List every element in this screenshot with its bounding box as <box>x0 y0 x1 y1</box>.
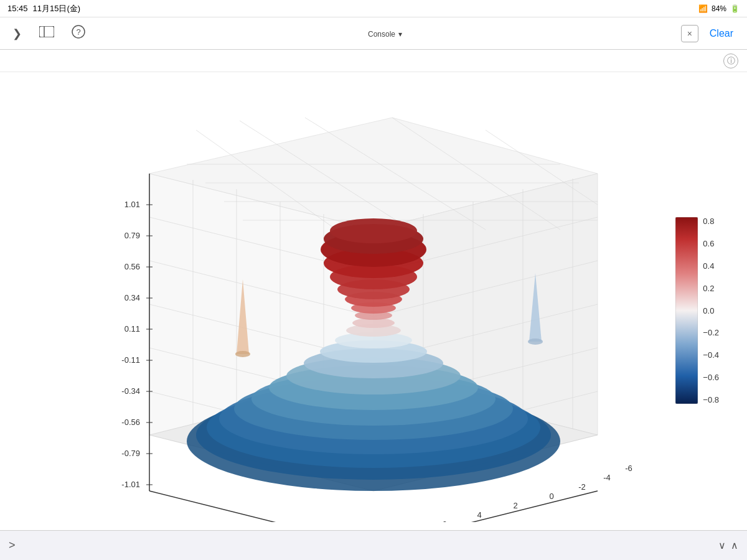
svg-text:4: 4 <box>477 510 481 520</box>
colorbar-labels: 0.8 0.6 0.4 0.2 0.0 −0.2 −0.4 −0.6 −0.8 <box>703 217 719 404</box>
sidebar-toggle-button[interactable] <box>35 24 58 43</box>
battery-label: 84% <box>712 4 726 13</box>
cb-label-00: 0.0 <box>703 307 719 315</box>
svg-rect-0 <box>39 26 54 37</box>
console-input[interactable] <box>22 540 712 551</box>
cb-label-08: 0.8 <box>703 217 719 225</box>
svg-text:0.56: 0.56 <box>125 262 140 271</box>
scroll-up-button[interactable]: ∧ <box>731 539 738 551</box>
cb-label-n08: −0.8 <box>703 396 719 404</box>
battery-icon: 🔋 <box>730 4 740 13</box>
svg-text:-0.34: -0.34 <box>121 386 140 396</box>
svg-text:-6: -6 <box>625 464 632 473</box>
sidebar-icon <box>39 26 54 37</box>
svg-text:1.01: 1.01 <box>125 200 140 209</box>
prompt-symbol: > <box>9 539 16 552</box>
svg-text:-4: -4 <box>603 473 611 482</box>
cb-label-n04: −0.4 <box>703 351 719 359</box>
svg-text:0.34: 0.34 <box>125 293 140 302</box>
info-bar: ⓘ <box>0 50 747 72</box>
status-bar: 15:45 11月15日(金) 📶 84% 🔋 <box>0 0 747 17</box>
clear-button[interactable]: Clear <box>705 26 738 42</box>
svg-text:0.11: 0.11 <box>125 324 140 334</box>
wifi-icon: 📶 <box>698 4 708 13</box>
colorbar: 0.8 0.6 0.4 0.2 0.0 −0.2 −0.4 −0.6 −0.8 <box>675 217 719 404</box>
svg-line-61 <box>149 491 374 522</box>
status-date: 11月15日(金) <box>33 3 81 14</box>
svg-text:0: 0 <box>549 492 553 501</box>
3d-plot: 1.01 0.79 0.56 0.34 0.11 -0.11 -0.34 -0.… <box>87 80 660 522</box>
svg-point-56 <box>330 218 417 243</box>
svg-text:0.79: 0.79 <box>125 231 140 240</box>
svg-text:?: ? <box>76 27 80 37</box>
status-time: 15:45 <box>7 4 28 13</box>
svg-line-62 <box>374 491 598 522</box>
scroll-down-button[interactable]: ∨ <box>718 539 726 551</box>
chevron-button[interactable]: ❯ <box>9 24 26 43</box>
main-content: 1.01 0.79 0.56 0.34 0.11 -0.11 -0.34 -0.… <box>0 72 747 530</box>
help-button[interactable]: ? <box>68 22 89 44</box>
svg-text:-0.79: -0.79 <box>121 449 140 458</box>
svg-text:-1.01: -1.01 <box>121 480 140 489</box>
svg-point-60 <box>528 338 543 345</box>
svg-text:2: 2 <box>513 501 517 510</box>
toolbar: ❯ ? Console ▾ × Clear <box>0 17 747 50</box>
svg-text:-0.56: -0.56 <box>121 418 140 427</box>
cb-label-n06: −0.6 <box>703 373 719 381</box>
svg-text:6: 6 <box>442 520 446 522</box>
svg-text:-0.11: -0.11 <box>121 355 140 365</box>
chart-container: 1.01 0.79 0.56 0.34 0.11 -0.11 -0.34 -0.… <box>0 72 747 530</box>
help-icon: ? <box>72 25 85 39</box>
svg-point-58 <box>235 351 250 357</box>
svg-rect-98 <box>675 217 698 404</box>
cb-label-02: 0.2 <box>703 284 719 292</box>
cb-label-06: 0.6 <box>703 240 719 248</box>
colorbar-gradient <box>675 217 698 404</box>
console-title[interactable]: Console ▾ <box>368 27 402 40</box>
svg-text:-2: -2 <box>578 482 586 492</box>
info-button[interactable]: ⓘ <box>723 54 738 68</box>
cb-label-04: 0.4 <box>703 262 719 270</box>
bottom-bar: > ∨ ∧ <box>0 530 747 560</box>
close-button[interactable]: × <box>681 25 698 42</box>
cb-label-n02: −0.2 <box>703 329 719 337</box>
